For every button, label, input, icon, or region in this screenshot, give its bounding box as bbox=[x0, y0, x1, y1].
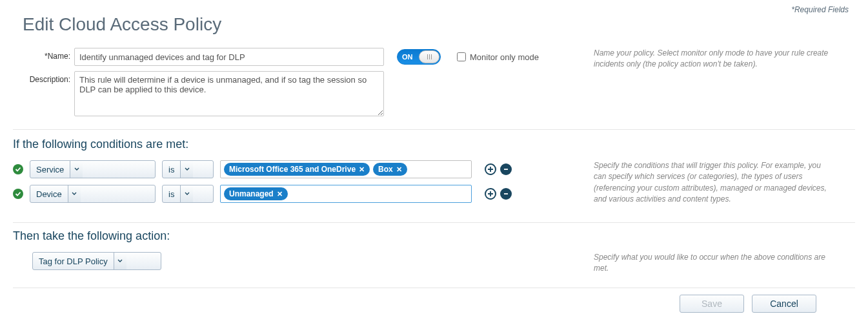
conditions-heading: If the following conditions are met: bbox=[13, 138, 855, 151]
condition-subject-dropdown[interactable]: Service bbox=[30, 160, 156, 178]
remove-condition-button[interactable] bbox=[500, 163, 512, 175]
condition-value-tagbox[interactable]: Microsoft Office 365 and OneDrive ✕ Box … bbox=[220, 160, 472, 178]
remove-condition-button[interactable] bbox=[500, 188, 512, 200]
monitor-only-label: Monitor only mode bbox=[470, 52, 539, 62]
chevron-down-icon bbox=[68, 185, 81, 202]
enable-toggle[interactable]: ON bbox=[397, 49, 441, 65]
cancel-button[interactable]: Cancel bbox=[752, 295, 816, 313]
chevron-down-icon bbox=[180, 185, 193, 202]
chevron-down-icon bbox=[70, 161, 83, 178]
add-condition-button[interactable] bbox=[485, 163, 496, 175]
conditions-section: Service is Microsoft Office 365 and OneD… bbox=[13, 160, 855, 223]
tag-label: Unmanaged bbox=[229, 189, 274, 198]
valid-check-icon bbox=[13, 164, 23, 174]
dropdown-value: is bbox=[163, 161, 180, 178]
condition-operator-dropdown[interactable]: is bbox=[162, 185, 214, 203]
name-label: Name: bbox=[13, 48, 74, 61]
dropdown-value: Tag for DLP Policy bbox=[33, 253, 114, 269]
tag-remove-icon[interactable]: ✕ bbox=[277, 190, 283, 198]
condition-operator-dropdown[interactable]: is bbox=[162, 160, 214, 178]
action-section: Tag for DLP Policy Specify what you woul… bbox=[13, 252, 855, 288]
valid-check-icon bbox=[13, 189, 23, 199]
form-help-text: Name your policy. Select monitor only mo… bbox=[594, 48, 855, 70]
action-dropdown[interactable]: Tag for DLP Policy bbox=[32, 252, 161, 270]
condition-subject-dropdown[interactable]: Device bbox=[30, 185, 156, 203]
dropdown-value: Device bbox=[30, 185, 68, 202]
action-help-text: Specify what you would like to occur whe… bbox=[594, 252, 855, 275]
dropdown-value: is bbox=[163, 185, 180, 202]
description-input[interactable] bbox=[74, 71, 384, 116]
tag-label: Microsoft Office 365 and OneDrive bbox=[229, 165, 356, 174]
condition-row: Device is Unmanaged ✕ bbox=[13, 185, 594, 203]
toggle-state-label: ON bbox=[402, 53, 413, 61]
tag-remove-icon[interactable]: ✕ bbox=[396, 165, 402, 174]
action-heading: Then take the following action: bbox=[13, 229, 855, 243]
tag-remove-icon[interactable]: ✕ bbox=[359, 165, 365, 174]
page-title: Edit Cloud Access Policy bbox=[23, 14, 855, 35]
name-input[interactable] bbox=[74, 48, 384, 66]
add-condition-button[interactable] bbox=[485, 188, 496, 200]
tag-label: Box bbox=[378, 165, 393, 174]
condition-row: Service is Microsoft Office 365 and OneD… bbox=[13, 160, 594, 178]
value-tag: Microsoft Office 365 and OneDrive ✕ bbox=[224, 163, 370, 176]
dropdown-value: Service bbox=[30, 161, 70, 178]
value-tag: Box ✕ bbox=[373, 163, 407, 176]
description-label: Description: bbox=[13, 71, 74, 84]
policy-form-section: Name: ON Monitor only mode Description: … bbox=[13, 48, 855, 130]
save-button[interactable]: Save bbox=[680, 295, 744, 313]
required-fields-note: *Required Fields bbox=[13, 0, 855, 14]
monitor-only-checkbox[interactable] bbox=[457, 52, 466, 61]
value-tag: Unmanaged ✕ bbox=[224, 187, 288, 200]
chevron-down-icon bbox=[114, 253, 126, 269]
conditions-help-text: Specify the conditions that will trigger… bbox=[594, 160, 855, 205]
condition-value-tagbox[interactable]: Unmanaged ✕ bbox=[220, 185, 472, 203]
footer-buttons: Save Cancel bbox=[13, 288, 855, 319]
chevron-down-icon bbox=[180, 161, 193, 178]
toggle-thumb bbox=[419, 50, 439, 63]
